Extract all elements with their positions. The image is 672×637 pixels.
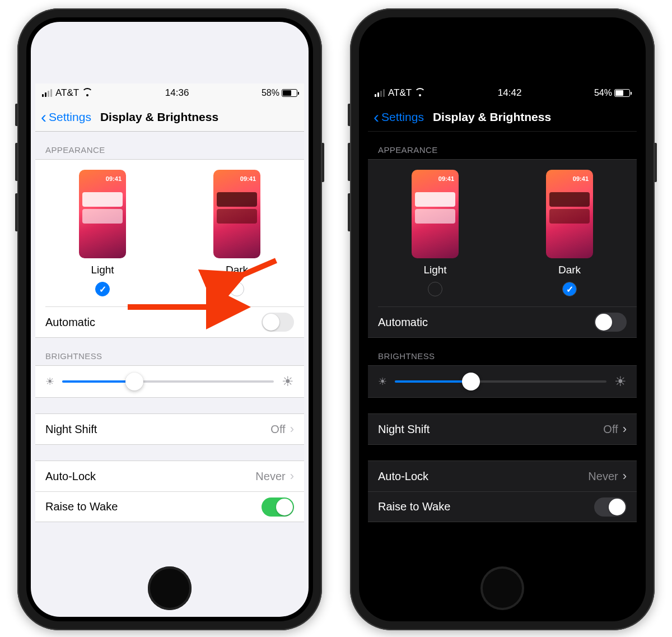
brightness-group: ☀︎ ☀︎: [35, 365, 304, 398]
night-shift-row[interactable]: Night Shift Off ›: [35, 414, 304, 444]
raise-to-wake-toggle[interactable]: [594, 497, 627, 517]
chevron-right-icon: ›: [623, 469, 627, 483]
brightness-slider[interactable]: [62, 380, 274, 383]
sun-bright-icon: ☀︎: [614, 374, 627, 389]
wifi-icon: [415, 89, 425, 97]
power-button: [655, 143, 657, 182]
raise-to-wake-row[interactable]: Raise to Wake: [368, 491, 637, 522]
appearance-radio-dark[interactable]: [562, 282, 577, 296]
appearance-radio-light[interactable]: [95, 282, 110, 296]
appearance-label-dark: Dark: [558, 264, 581, 276]
appearance-group: 09:41 Light 09:41 Dark: [368, 159, 637, 338]
automatic-label: Automatic: [378, 316, 428, 329]
status-bar: AT&T 14:36 58%: [35, 83, 304, 103]
night-shift-label: Night Shift: [378, 423, 430, 436]
page-title: Display & Brightness: [433, 110, 551, 124]
appearance-option-light[interactable]: 09:41 Light: [79, 170, 126, 296]
auto-lock-row[interactable]: Auto-Lock Never ›: [368, 461, 637, 491]
automatic-label: Automatic: [45, 316, 95, 329]
chevron-right-icon: ›: [623, 422, 627, 436]
raise-to-wake-row[interactable]: Raise to Wake: [35, 491, 304, 522]
appearance-option-dark[interactable]: 09:41 Dark: [546, 170, 593, 296]
automatic-toggle[interactable]: [594, 313, 627, 332]
appearance-label-light: Light: [91, 264, 114, 276]
night-shift-value: Off: [603, 423, 618, 436]
back-button[interactable]: Settings: [381, 110, 424, 124]
page-title: Display & Brightness: [100, 110, 218, 124]
home-button[interactable]: [480, 566, 524, 610]
battery-fill: [283, 90, 291, 96]
battery-icon: [282, 89, 297, 97]
nav-bar: ‹ Settings Display & Brightness: [368, 103, 637, 132]
appearance-header: APPEARANCE: [368, 132, 637, 159]
night-shift-group: Night Shift Off ›: [368, 413, 637, 445]
signal-icon: [375, 89, 385, 97]
appearance-label-light: Light: [423, 264, 446, 276]
appearance-group: 09:41 Light 09:41 Dark: [35, 159, 304, 338]
night-shift-group: Night Shift Off ›: [35, 413, 304, 445]
back-button[interactable]: Settings: [49, 110, 91, 124]
appearance-radio-light[interactable]: [428, 282, 442, 296]
wifi-icon: [82, 89, 92, 97]
lock-wake-group: Auto-Lock Never › Raise to Wake: [368, 461, 637, 522]
phone-frame-dark: AT&T 14:42 54% ‹ Settings Display & Brig…: [350, 8, 655, 630]
auto-lock-label: Auto-Lock: [378, 470, 428, 483]
carrier-label: AT&T: [388, 87, 412, 99]
night-shift-value: Off: [270, 423, 285, 436]
appearance-option-dark[interactable]: 09:41 Dark: [213, 170, 260, 296]
battery-pct: 58%: [262, 88, 279, 98]
carrier-label: AT&T: [55, 87, 79, 99]
signal-icon: [42, 89, 52, 97]
brightness-slider-row[interactable]: ☀︎ ☀︎: [35, 366, 304, 397]
raise-to-wake-label: Raise to Wake: [378, 500, 450, 513]
sun-dim-icon: ☀︎: [378, 375, 387, 388]
auto-lock-value: Never: [255, 470, 285, 483]
brightness-slider[interactable]: [395, 380, 606, 383]
raise-to-wake-toggle[interactable]: [262, 497, 294, 517]
volume-buttons: [348, 104, 350, 126]
appearance-preview-light: 09:41: [79, 170, 126, 258]
auto-lock-label: Auto-Lock: [45, 470, 96, 483]
automatic-row[interactable]: Automatic: [35, 307, 304, 337]
auto-lock-row[interactable]: Auto-Lock Never ›: [35, 461, 304, 491]
brightness-header: BRIGHTNESS: [35, 338, 304, 365]
night-shift-row[interactable]: Night Shift Off ›: [368, 414, 637, 444]
phone-frame-light: AT&T 14:36 58% ‹ Settings Display & Brig…: [17, 8, 322, 630]
chevron-right-icon: ›: [290, 469, 294, 483]
nav-bar: ‹ Settings Display & Brightness: [35, 103, 304, 132]
back-chevron-icon[interactable]: ‹: [374, 109, 379, 125]
brightness-header: BRIGHTNESS: [368, 338, 637, 365]
appearance-preview-light: 09:41: [412, 170, 459, 258]
sun-dim-icon: ☀︎: [45, 375, 54, 388]
back-chevron-icon[interactable]: ‹: [41, 109, 46, 125]
raise-to-wake-label: Raise to Wake: [45, 500, 118, 513]
power-button: [322, 143, 324, 182]
volume-buttons: [15, 104, 17, 126]
auto-lock-value: Never: [588, 470, 618, 483]
appearance-label-dark: Dark: [226, 264, 248, 276]
battery-pct: 54%: [594, 88, 612, 98]
lock-wake-group: Auto-Lock Never › Raise to Wake: [35, 461, 304, 522]
automatic-toggle[interactable]: [262, 313, 294, 332]
status-bar: AT&T 14:42 54%: [368, 83, 637, 103]
battery-fill: [615, 90, 623, 96]
appearance-header: APPEARANCE: [35, 132, 304, 159]
battery-icon: [614, 89, 630, 97]
night-shift-label: Night Shift: [45, 423, 97, 436]
appearance-option-light[interactable]: 09:41 Light: [412, 170, 459, 296]
home-button[interactable]: [148, 566, 192, 610]
status-time: 14:36: [165, 87, 189, 99]
brightness-group: ☀︎ ☀︎: [368, 365, 637, 398]
appearance-preview-dark: 09:41: [546, 170, 593, 258]
chevron-right-icon: ›: [290, 422, 294, 436]
status-time: 14:42: [498, 87, 522, 99]
sun-bright-icon: ☀︎: [282, 374, 294, 389]
automatic-row[interactable]: Automatic: [368, 307, 637, 337]
appearance-preview-dark: 09:41: [213, 170, 260, 258]
appearance-radio-dark[interactable]: [230, 282, 244, 296]
brightness-slider-row[interactable]: ☀︎ ☀︎: [368, 366, 637, 397]
